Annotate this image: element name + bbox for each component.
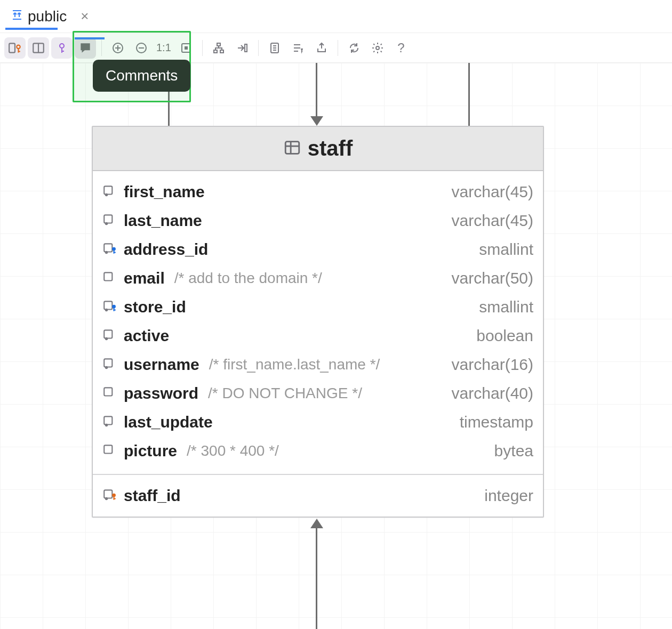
column-icon [102,270,117,287]
svg-rect-18 [217,43,220,46]
svg-rect-44 [104,301,112,309]
table-icon [283,139,301,159]
fit-content-button[interactable] [175,37,197,59]
table-columns: first_name varchar(45) last_name varchar… [93,171,543,472]
svg-point-35 [105,193,108,196]
svg-point-39 [105,251,108,254]
column-row[interactable]: active boolean [93,321,543,350]
column-comment: /* first_name.last_name */ [209,356,380,373]
column-name: store_id [124,298,186,316]
column-type: varchar(45) [452,212,533,230]
column-icon [102,327,117,344]
column-icon [102,442,117,459]
svg-rect-49 [104,330,112,338]
key-columns-button[interactable] [51,37,73,59]
relation-arrow [468,63,470,126]
column-row[interactable]: picture /* 300 * 400 */ bytea [93,437,543,465]
svg-point-59 [113,494,115,497]
column-type: varchar(50) [452,269,533,287]
column-row[interactable]: last_update timestamp [93,408,543,437]
svg-rect-54 [104,416,112,424]
column-row[interactable]: store_id smallint [93,293,543,321]
tooltip: Comments [93,60,190,92]
export-button[interactable] [311,37,332,59]
diagram-canvas[interactable]: staff first_name varchar(45) last_name v… [0,63,672,629]
column-name: username [124,356,199,374]
column-row[interactable]: first_name varchar(45) [93,178,543,206]
svg-rect-21 [245,44,247,52]
svg-rect-57 [104,490,112,498]
comments-active-indicator [75,37,105,39]
svg-rect-51 [104,359,112,367]
column-type: timestamp [460,413,533,431]
column-name: active [124,327,169,345]
column-row[interactable]: password /* DO NOT CHANGE */ varchar(40) [93,379,543,408]
column-name: address_id [124,240,208,259]
svg-point-58 [105,497,108,500]
column-type: integer [484,487,533,505]
svg-rect-53 [104,388,112,396]
relation-arrow [316,63,317,116]
help-icon: ? [397,41,404,55]
diagram-tab-icon [11,8,23,25]
column-name: picture [124,442,177,460]
column-type: varchar(45) [452,183,533,201]
tab-bar: public × [0,0,672,33]
column-icon [102,241,117,258]
zoom-reset-button[interactable]: 1:1 [154,42,173,54]
column-comment: /* 300 * 400 */ [187,442,279,459]
toolbar-separator [202,40,203,56]
comments-toggle-button[interactable] [75,37,96,59]
column-row[interactable]: address_id smallint [93,235,543,264]
table-title: staff [308,136,353,160]
layout-button[interactable] [208,37,229,59]
toolbar-separator [258,40,259,56]
svg-point-40 [113,248,115,251]
column-type: smallint [479,240,533,259]
relation-arrow [316,527,317,629]
svg-rect-17 [185,46,188,50]
column-row[interactable]: username /* first_name.last_name */ varc… [93,350,543,379]
jump-to-button[interactable] [231,37,253,59]
column-name: staff_id [124,487,181,505]
edit-list-button[interactable]: I [287,37,309,59]
refresh-button[interactable] [343,37,365,59]
svg-rect-36 [104,215,112,223]
svg-text:I: I [301,49,302,54]
svg-rect-43 [104,272,112,280]
column-icon [102,299,117,316]
svg-rect-56 [104,445,112,453]
svg-point-37 [105,222,108,225]
toolbar-separator [338,40,338,56]
tab-close-button[interactable]: × [81,8,89,25]
column-row[interactable]: staff_id integer [93,481,543,510]
column-name: password [124,384,198,402]
svg-rect-34 [104,186,112,194]
column-type: varchar(40) [452,384,533,402]
help-button[interactable]: ? [390,37,412,59]
zoom-out-button[interactable] [131,37,152,59]
view-mode-split-button[interactable] [28,37,49,59]
column-icon [102,212,117,229]
column-icon [102,414,117,431]
column-row[interactable]: email /* add to the domain */ varchar(50… [93,264,543,293]
column-row[interactable]: last_name varchar(45) [93,206,543,235]
svg-point-55 [105,424,108,426]
column-icon [102,356,117,373]
toolbar-separator [101,40,102,56]
zoom-in-button[interactable] [107,37,129,59]
settings-button[interactable] [367,37,388,59]
tab-public[interactable]: public × [5,4,94,29]
svg-point-50 [105,337,108,340]
table-header: staff [93,127,543,171]
document-button[interactable] [264,37,285,59]
table-card[interactable]: staff first_name varchar(45) last_name v… [92,126,544,518]
column-icon [102,487,117,504]
view-mode-column-key-button[interactable] [4,37,26,59]
column-name: last_update [124,413,213,431]
tab-label: public [28,8,67,25]
svg-point-46 [113,305,115,308]
tab-active-underline [5,28,58,30]
column-name: last_name [124,212,202,230]
toolbar: 1:1 I ? [0,33,672,63]
